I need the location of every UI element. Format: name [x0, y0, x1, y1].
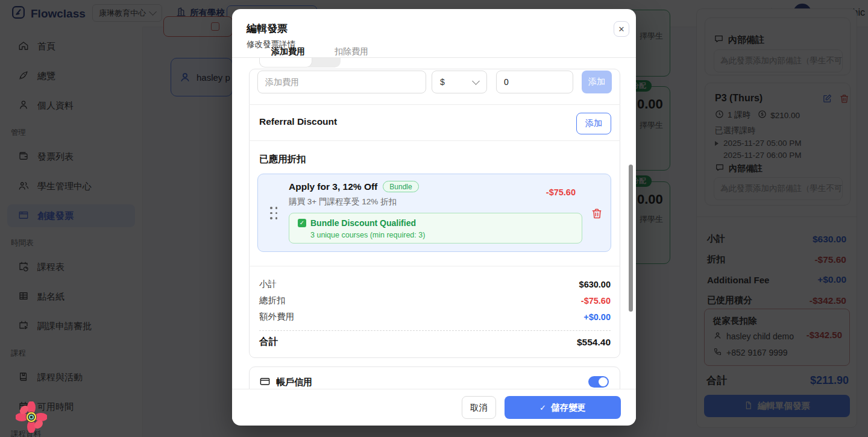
add-fee-button[interactable]: 添加 — [582, 71, 612, 93]
fee-name-input[interactable] — [257, 71, 426, 93]
divider — [249, 104, 620, 105]
discount-value: -$75.60 — [581, 296, 611, 306]
save-changes-button[interactable]: 儲存變更 — [505, 396, 621, 419]
bundle-badge: Bundle — [383, 181, 418, 192]
modal-summary-row: 總折扣 -$75.60 — [259, 295, 611, 306]
save-changes-label: 儲存變更 — [551, 402, 586, 413]
extra-fee-value: +$0.00 — [583, 312, 611, 322]
account-credit-label: 帳戶信用 — [276, 377, 312, 388]
trash-icon[interactable] — [591, 207, 603, 219]
referral-discount-title: Referral Discount — [259, 116, 337, 127]
modal-scroll-area: $ 添加 Referral Discount 添加 已應用折扣 Apply fo… — [232, 58, 636, 389]
total-label: 合計 — [259, 336, 278, 348]
modal-summary-row: 合計 $554.40 — [259, 336, 611, 348]
scrollbar-thumb[interactable] — [629, 165, 633, 312]
modal-summary-row: 額外費用 +$0.00 — [259, 311, 611, 322]
divider — [249, 266, 620, 266]
discount-description: 購買 3+ 門課程享受 12% 折扣 — [289, 196, 397, 207]
tab-deduct-fee[interactable]: 扣除費用 — [335, 46, 368, 57]
modal-summary-row: 小計 $630.00 — [259, 278, 611, 290]
account-credit-toggle[interactable] — [588, 376, 609, 388]
divider — [249, 140, 620, 141]
applied-discounts-heading: 已應用折扣 — [259, 153, 306, 166]
discount-label: 總折扣 — [259, 295, 286, 306]
flower-cursor-icon — [16, 401, 47, 433]
discount-title: Apply for 3, 12% Off — [289, 181, 377, 192]
chevron-down-icon — [472, 77, 480, 85]
cancel-button[interactable]: 取消 — [462, 396, 496, 419]
account-credit-card: 帳戶信用 — [249, 366, 620, 389]
total-value: $554.40 — [577, 337, 611, 348]
qualified-description: 3 unique courses (min required: 3) — [310, 231, 425, 239]
currency-select[interactable]: $ — [432, 71, 487, 93]
close-icon[interactable]: ✕ — [614, 21, 629, 37]
card-icon — [259, 376, 271, 389]
applied-discount-card: Apply for 3, 12% Off Bundle 購買 3+ 門課程享受 … — [257, 174, 611, 252]
drag-handle-icon[interactable] — [270, 207, 278, 220]
divider — [259, 330, 611, 331]
segmented-control-fragment[interactable] — [259, 58, 341, 68]
tab-add-fee[interactable]: 添加費用 — [271, 46, 305, 57]
bundle-qualified-box: Bundle Discount Qualified 3 unique cours… — [289, 213, 582, 244]
currency-value: $ — [440, 77, 445, 87]
modal-footer: 取消 儲存變更 — [232, 389, 636, 426]
modal-title: 編輯發票 — [247, 22, 288, 36]
subtotal-value: $630.00 — [579, 280, 611, 289]
subtotal-label: 小計 — [259, 278, 277, 290]
discount-amount: -$75.60 — [546, 187, 576, 197]
check-icon — [298, 219, 306, 227]
add-referral-button[interactable]: 添加 — [576, 113, 611, 134]
qualified-title: Bundle Discount Qualified — [310, 218, 416, 228]
edit-invoice-modal: 編輯發票 修改發票詳情 ✕ 添加費用 扣除費用 $ 添加 Referral Di… — [232, 9, 636, 425]
extra-fee-label: 額外費用 — [259, 311, 294, 322]
fee-amount-input[interactable] — [496, 71, 573, 93]
